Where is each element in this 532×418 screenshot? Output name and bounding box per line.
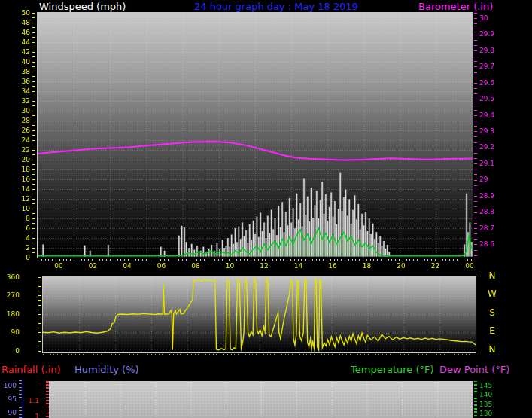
- tick-label: 90: [0, 328, 20, 336]
- tick-label: 29.3: [479, 127, 502, 135]
- temperature-axis-title: Temperature (°F): [351, 364, 434, 375]
- tick-label: 44: [15, 38, 30, 46]
- hour-axis-ticks: [38, 259, 473, 261]
- barometer-axis-ticks: [474, 13, 477, 258]
- tick-label: 28.8: [479, 208, 502, 215]
- tick-label: 28.9: [479, 192, 502, 200]
- tick-label: 00: [461, 262, 479, 270]
- tick-label: 29.5: [479, 95, 502, 102]
- tick-label: 29.1: [479, 160, 502, 167]
- tick-label: 145: [479, 382, 497, 389]
- tick-label: S: [486, 309, 498, 316]
- tick-label: 1.1: [27, 397, 39, 404]
- barometer-axis-title: Barometer (.in): [418, 1, 493, 12]
- tick-label: 29.4: [479, 111, 502, 119]
- tick-label: 18: [358, 262, 376, 270]
- tick-label: 12: [15, 195, 30, 203]
- tick-label: 32: [15, 97, 30, 105]
- tick-label: 6: [15, 224, 30, 232]
- tick-label: N: [486, 272, 498, 279]
- tick-label: 10: [221, 262, 239, 270]
- tick-label: 34: [15, 87, 30, 95]
- tick-label: 36: [15, 78, 30, 85]
- tick-label: 28.7: [479, 224, 502, 232]
- windspeed-barometer-plot: [38, 13, 473, 258]
- tick-label: 08: [187, 262, 205, 270]
- tick-label: 26: [15, 127, 30, 134]
- tick-label: 40: [15, 58, 30, 66]
- tick-label: N: [486, 346, 498, 353]
- temperature-axis-ticks: [474, 381, 477, 418]
- weather-graph-screen: Windspeed (mph) 24 hour graph day : May …: [0, 0, 532, 418]
- tick-label: 04: [118, 262, 136, 270]
- tick-label: 360: [0, 273, 20, 281]
- tick-label: 20: [392, 262, 410, 270]
- tick-label: W: [486, 290, 498, 297]
- tick-label: 29.7: [479, 63, 502, 70]
- tick-label: 02: [84, 262, 102, 270]
- humidity-axis-line: [23, 380, 23, 418]
- wind-direction-plot: [43, 277, 476, 352]
- tick-label: 14: [15, 185, 30, 193]
- humidity-axis-title: Humidity (%): [74, 364, 139, 375]
- direction-hour-ticks: [43, 354, 476, 355]
- tick-label: 22: [15, 146, 30, 154]
- tick-label: 42: [15, 48, 30, 56]
- rainfall-axis-title: Rainfall (.in): [2, 364, 61, 375]
- page-title: 24 hour graph day : May 18 2019: [194, 1, 358, 12]
- tick-label: 16: [324, 262, 342, 270]
- tick-label: 30: [479, 14, 502, 22]
- tick-label: 29.2: [479, 143, 502, 151]
- tick-label: 2: [15, 244, 30, 252]
- tick-label: E: [486, 327, 498, 334]
- tick-label: 28: [15, 117, 30, 124]
- tick-label: 22: [427, 262, 445, 270]
- tick-label: 14: [290, 262, 308, 270]
- tick-label: 12: [255, 262, 273, 270]
- rainfall-axis-ticks: [46, 381, 49, 418]
- tick-label: 18: [15, 166, 30, 173]
- tick-label: 29.6: [479, 79, 502, 87]
- direction-axis-ticks: [38, 277, 41, 353]
- tick-label: 38: [15, 68, 30, 75]
- tick-label: 00: [50, 262, 68, 270]
- humidity-axis-ticks: [19, 380, 22, 418]
- tick-label: 29: [479, 175, 502, 183]
- tick-label: 20: [15, 156, 30, 163]
- windspeed-axis-title: Windspeed (mph): [39, 1, 126, 12]
- tick-label: 0: [15, 254, 30, 261]
- tick-label: 130: [479, 410, 497, 417]
- tick-label: 135: [479, 401, 497, 408]
- tick-label: 0: [0, 347, 20, 355]
- tick-label: 10: [15, 205, 30, 212]
- tick-label: 1: [27, 413, 39, 418]
- tick-label: 4: [15, 234, 30, 242]
- tick-label: 180: [0, 310, 20, 318]
- tick-label: 24: [15, 136, 30, 144]
- tick-label: 270: [0, 291, 20, 299]
- humidity-temperature-plot: [50, 382, 473, 418]
- tick-label: 29.9: [479, 30, 502, 38]
- tick-label: 48: [15, 19, 30, 26]
- tick-label: 46: [15, 29, 30, 36]
- tick-label: 50: [15, 9, 30, 17]
- tick-label: 90: [2, 409, 17, 416]
- windspeed-axis-ticks: [32, 13, 35, 258]
- tick-label: 8: [15, 215, 30, 222]
- tick-label: 16: [15, 175, 30, 183]
- tick-label: 06: [153, 262, 171, 270]
- tick-label: 95: [2, 395, 17, 403]
- tick-label: 30: [15, 107, 30, 114]
- tick-label: 29.8: [479, 47, 502, 54]
- tick-label: 28.6: [479, 240, 502, 248]
- tick-label: 140: [479, 391, 497, 398]
- dewpoint-axis-title: Dew Point (°F): [439, 364, 509, 375]
- tick-label: 100: [2, 382, 17, 389]
